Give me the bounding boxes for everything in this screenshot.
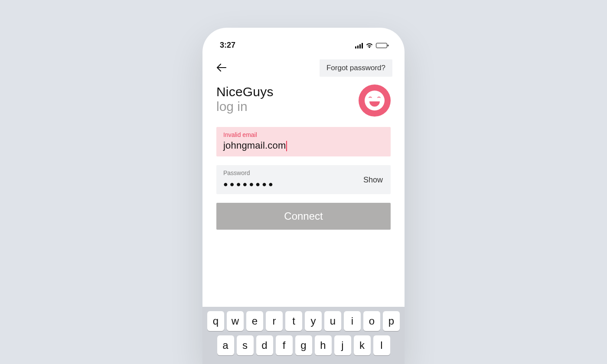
key-p[interactable]: p: [383, 311, 400, 331]
smiley-avatar-icon: [359, 84, 391, 117]
email-input[interactable]: johngmail.com: [223, 138, 384, 151]
password-field[interactable]: Password ●●●●●●●● Show: [216, 165, 391, 194]
email-error-label: Invalid email: [223, 131, 384, 138]
key-f[interactable]: f: [276, 335, 293, 355]
text-caret: [286, 141, 287, 151]
connect-button[interactable]: Connect: [216, 203, 391, 230]
brand-title: NiceGuys: [216, 84, 274, 99]
battery-icon: [376, 43, 387, 48]
status-time: 3:27: [220, 41, 235, 50]
key-k[interactable]: k: [354, 335, 371, 355]
phone-frame: 3:27 Forgot password? NiceGuys log in In…: [202, 28, 405, 364]
key-y[interactable]: y: [305, 311, 322, 331]
key-g[interactable]: g: [295, 335, 312, 355]
key-j[interactable]: j: [334, 335, 351, 355]
forgot-password-button[interactable]: Forgot password?: [320, 59, 392, 77]
key-s[interactable]: s: [237, 335, 254, 355]
email-field[interactable]: Invalid email johngmail.com: [216, 127, 391, 156]
key-o[interactable]: o: [363, 311, 380, 331]
password-input[interactable]: ●●●●●●●●: [223, 176, 384, 189]
back-arrow-icon[interactable]: [216, 62, 227, 74]
status-indicators: [355, 42, 387, 49]
password-label: Password: [223, 169, 384, 176]
nav-row: Forgot password?: [202, 57, 405, 84]
key-q[interactable]: q: [207, 311, 224, 331]
key-h[interactable]: h: [315, 335, 332, 355]
key-t[interactable]: t: [285, 311, 302, 331]
keyboard-row-2: asdfghjkl: [205, 335, 402, 355]
key-l[interactable]: l: [373, 335, 390, 355]
status-bar: 3:27: [202, 28, 405, 57]
page-title: log in: [216, 99, 274, 114]
login-form: Invalid email johngmail.com Password ●●●…: [202, 127, 405, 230]
show-password-button[interactable]: Show: [363, 175, 383, 184]
keyboard: qwertyuiop asdfghjkl: [202, 307, 405, 364]
key-r[interactable]: r: [266, 311, 283, 331]
key-a[interactable]: a: [217, 335, 234, 355]
wifi-icon: [366, 42, 373, 48]
cellular-icon: [355, 42, 363, 49]
key-d[interactable]: d: [256, 335, 273, 355]
key-e[interactable]: e: [246, 311, 263, 331]
keyboard-row-1: qwertyuiop: [205, 311, 402, 331]
title-row: NiceGuys log in: [202, 84, 405, 127]
key-u[interactable]: u: [324, 311, 341, 331]
key-i[interactable]: i: [344, 311, 361, 331]
key-w[interactable]: w: [227, 311, 244, 331]
